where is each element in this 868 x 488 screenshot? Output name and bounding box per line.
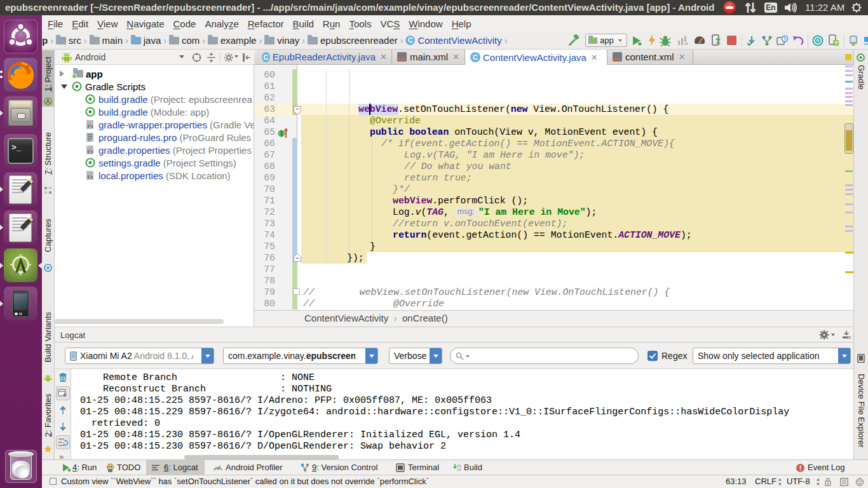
svg-text:10: 10 [457, 468, 461, 472]
